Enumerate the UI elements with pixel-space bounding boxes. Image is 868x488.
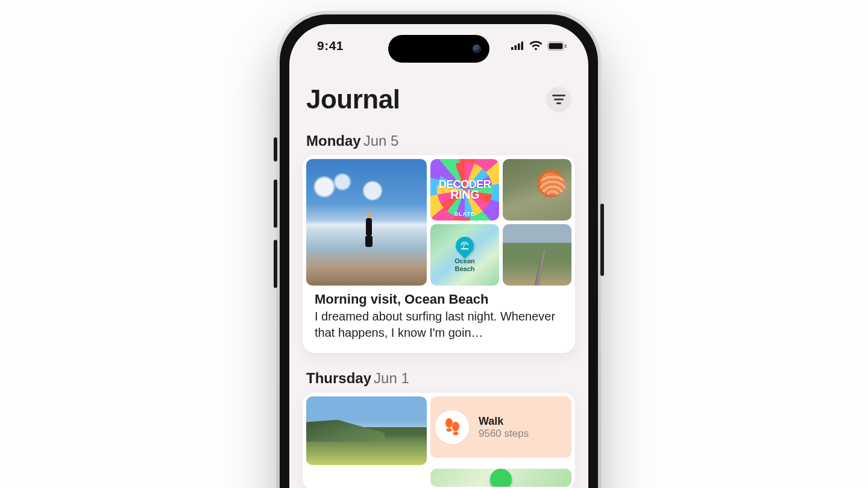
svg-point-13 (453, 432, 459, 436)
entry-title: Morning visit, Ocean Beach (315, 292, 563, 307)
footsteps-icon (443, 418, 461, 437)
day-of-week: Thursday (306, 370, 371, 386)
svg-rect-3 (521, 42, 524, 50)
app-content: Journal MondayJun 5 (289, 80, 588, 488)
person-figure (364, 212, 374, 246)
podcast-publisher: SLATE (454, 211, 475, 217)
svg-rect-5 (549, 43, 563, 49)
phone-screen: 9:41 Journal (289, 24, 588, 488)
svg-rect-2 (518, 43, 520, 50)
entry-body: I dreamed about surfing last night. When… (315, 308, 563, 341)
filter-icon (552, 95, 565, 104)
journal-entry-card[interactable]: Walk 9560 steps (303, 393, 575, 488)
wifi-icon (529, 41, 542, 51)
activity-detail: 9560 steps (479, 428, 529, 440)
map-thumbnail[interactable]: ⛱ Ocean Beach (430, 224, 499, 286)
map-pin-icon: ⛱ (452, 233, 477, 258)
journal-entry-card[interactable]: DECODER RING SLATE ⛱ Ocean Beach (303, 155, 575, 353)
svg-rect-6 (565, 44, 567, 48)
svg-rect-9 (556, 102, 561, 104)
svg-point-10 (445, 418, 453, 428)
page-title: Journal (306, 84, 400, 114)
day-date: Jun 1 (371, 370, 409, 386)
battery-icon (547, 42, 567, 51)
silence-switch (274, 137, 277, 161)
volume-up-button (274, 180, 277, 228)
map-pin-icon (490, 469, 512, 487)
svg-rect-8 (554, 99, 564, 101)
filter-button[interactable] (546, 87, 571, 112)
photo-countryside-road[interactable] (503, 224, 571, 286)
status-icons (511, 41, 567, 51)
front-camera (473, 45, 481, 53)
map-location-label: Ocean Beach (454, 257, 475, 272)
activity-text: Walk 9560 steps (479, 415, 529, 440)
status-time: 9:41 (317, 39, 344, 53)
entry-text: Morning visit, Ocean Beach I dreamed abo… (306, 286, 571, 349)
volume-down-button (274, 240, 277, 288)
svg-point-11 (447, 428, 452, 432)
photo-landscape[interactable] (306, 396, 427, 465)
day-date: Jun 5 (361, 133, 399, 149)
phone-frame: 9:41 Journal (276, 11, 602, 488)
phone-bezel: 9:41 Journal (280, 14, 598, 488)
photo-beach[interactable] (306, 159, 427, 286)
power-button (600, 204, 604, 276)
activity-walk-card[interactable]: Walk 9560 steps (430, 396, 571, 458)
activity-label: Walk (479, 415, 529, 428)
podcast-art-decoder-ring[interactable]: DECODER RING SLATE (430, 159, 499, 221)
svg-rect-7 (552, 95, 565, 96)
svg-rect-1 (515, 45, 517, 50)
podcast-title-line2: RING (450, 189, 479, 200)
walk-icon-wrap (435, 410, 469, 444)
app-header: Journal (306, 84, 571, 114)
svg-point-12 (452, 422, 459, 431)
day-header: ThursdayJun 1 (306, 370, 571, 387)
cellular-icon (511, 42, 524, 50)
entry-media-grid: Walk 9560 steps (306, 396, 571, 465)
photo-seashell[interactable] (503, 159, 571, 221)
day-header: MondayJun 5 (306, 133, 571, 149)
dynamic-island (388, 35, 489, 63)
map-thumbnail[interactable] (430, 469, 571, 487)
svg-rect-0 (511, 47, 514, 50)
day-of-week: Monday (306, 133, 361, 149)
entry-media-grid: DECODER RING SLATE ⛱ Ocean Beach (306, 159, 571, 286)
